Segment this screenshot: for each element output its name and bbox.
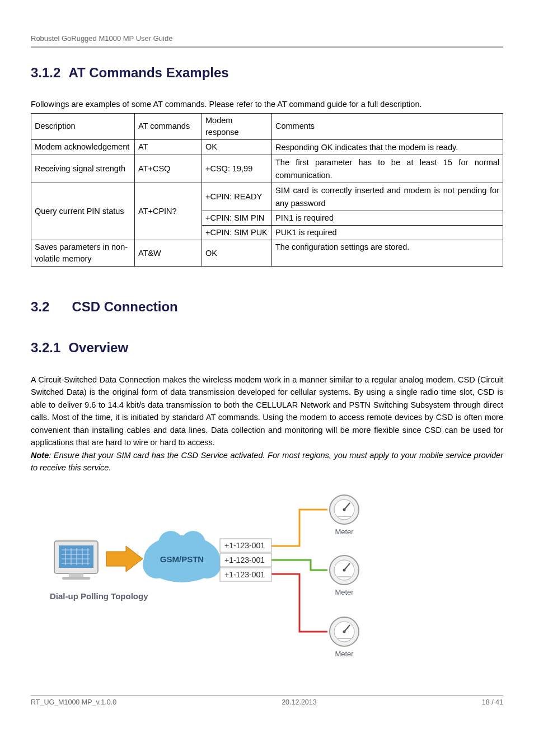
heading-312-title: AT Commands Examples <box>68 65 228 80</box>
cell-response: OK <box>202 139 272 155</box>
at-commands-table: Description AT commands Modem response C… <box>31 113 503 267</box>
table-row: Modem acknowledgement AT OK Responding O… <box>31 139 503 155</box>
section-312-intro: Followings are examples of some AT comma… <box>31 99 503 110</box>
cell-description: Modem acknowledgement <box>31 139 135 155</box>
heading-32-title: CSD Connection <box>72 299 177 314</box>
dial-up-topology-label: Dial-up Polling Topology <box>50 591 148 601</box>
col-description: Description <box>31 113 135 139</box>
heading-32: 3.2CSD Connection <box>31 297 503 317</box>
cell-atcmd: AT&W <box>135 240 202 267</box>
footer-divider <box>31 695 503 696</box>
svg-text:+1-123-001: +1-123-001 <box>224 541 265 550</box>
footer-center: 20.12.2013 <box>282 697 317 707</box>
diagram-dialup-polling: GSM/PSTN +1-123-001 +1-123-001 +1-123-00… <box>31 487 367 664</box>
cell-response: +CSQ: 19,99 <box>202 155 272 183</box>
section-321-body: A Circuit-Switched Data Connection makes… <box>31 374 503 449</box>
cell-comments: Responding OK indicates that the modem i… <box>272 139 503 155</box>
section-321-note: Note: Ensure that your SIM card has the … <box>31 449 503 474</box>
cell-description: Receiving signal strength <box>31 155 135 183</box>
heading-321-title: Overview <box>68 340 128 355</box>
svg-rect-1 <box>59 545 93 568</box>
svg-text:+1-123-001: +1-123-001 <box>224 570 265 579</box>
col-atcmd: AT commands <box>135 113 202 139</box>
svg-point-17 <box>343 508 346 511</box>
heading-321: 3.2.1Overview <box>31 338 503 358</box>
page-header-title: Robustel GoRugged M1000 MP User Guide <box>31 34 503 46</box>
table-row: Saves parameters in non-volatile memory … <box>31 240 503 267</box>
svg-text:+1-123-001: +1-123-001 <box>224 556 265 564</box>
table-row: Query current PIN status AT+CPIN? +CPIN:… <box>31 183 503 211</box>
col-response: Modem response <box>202 113 272 139</box>
diagram-svg: GSM/PSTN +1-123-001 +1-123-001 +1-123-00… <box>31 487 378 661</box>
cell-atcmd: AT+CSQ <box>135 155 202 183</box>
cell-comments: The configuration settings are stored. <box>272 240 503 267</box>
cell-description: Query current PIN status <box>31 183 135 240</box>
svg-point-7 <box>158 531 183 556</box>
svg-text:Meter: Meter <box>335 528 354 536</box>
arrow-icon <box>106 546 143 572</box>
note-label: Note <box>31 451 49 460</box>
meter-middle: Meter <box>330 556 359 596</box>
footer-left: RT_UG_M1000 MP_v.1.0.0 <box>31 697 116 707</box>
cell-response: +CPIN: READY <box>202 183 272 211</box>
cell-response: OK <box>202 240 272 267</box>
computer-icon <box>54 541 98 580</box>
footer-right: 18 / 41 <box>482 697 503 707</box>
meter-top: Meter <box>330 495 359 536</box>
cell-atcmd: AT+CPIN? <box>135 183 202 240</box>
cell-atcmd: AT <box>135 139 202 155</box>
phone-number-boxes: +1-123-001 +1-123-001 +1-123-001 <box>220 539 271 581</box>
cell-comments: The first parameter has to be at least 1… <box>272 155 503 183</box>
meter-bottom: Meter <box>330 617 359 658</box>
col-comments: Comments <box>272 113 503 139</box>
svg-point-25 <box>343 631 346 633</box>
header-divider <box>31 46 503 48</box>
cloud-icon: GSM/PSTN <box>143 531 221 582</box>
table-header-row: Description AT commands Modem response C… <box>31 113 503 139</box>
svg-text:Meter: Meter <box>335 588 354 596</box>
note-text: : Ensure that your SIM card has the CSD … <box>31 451 503 472</box>
cell-response: +CPIN: SIM PUK <box>202 226 272 240</box>
svg-rect-2 <box>69 573 83 577</box>
cell-description: Saves parameters in non-volatile memory <box>31 240 135 267</box>
svg-rect-3 <box>62 577 90 580</box>
table-row: Receiving signal strength AT+CSQ +CSQ: 1… <box>31 155 503 183</box>
cell-comments: PUK1 is required <box>272 226 503 240</box>
svg-point-21 <box>343 569 346 572</box>
cloud-label: GSM/PSTN <box>160 554 204 564</box>
cell-comments: SIM card is correctly inserted and modem… <box>272 183 503 211</box>
heading-312-number: 3.1.2 <box>31 65 60 80</box>
svg-point-8 <box>181 531 205 556</box>
heading-32-number: 3.2 <box>31 299 49 314</box>
page-footer: RT_UG_M1000 MP_v.1.0.0 20.12.2013 18 / 4… <box>31 695 503 707</box>
cell-response: +CPIN: SIM PIN <box>202 211 272 226</box>
heading-312: 3.1.2AT Commands Examples <box>31 63 503 83</box>
heading-321-number: 3.2.1 <box>31 340 60 355</box>
svg-text:Meter: Meter <box>335 650 354 658</box>
cell-comments: PIN1 is required <box>272 211 503 226</box>
